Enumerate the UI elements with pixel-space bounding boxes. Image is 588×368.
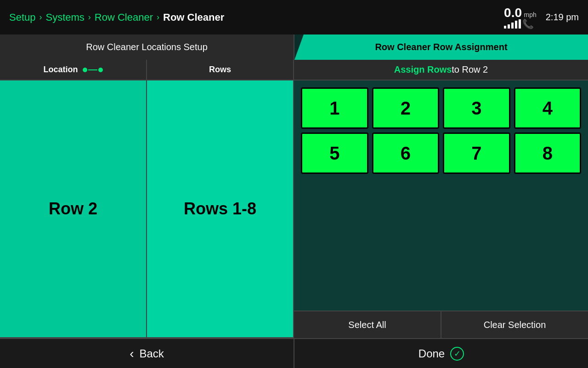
tabs: Row Cleaner Locations Setup Row Cleaner … [0, 34, 588, 60]
back-label: Back [139, 347, 164, 360]
bottom-actions: Select All Clear Selection [294, 310, 588, 338]
breadcrumb-systems[interactable]: Systems [46, 12, 85, 23]
back-button[interactable]: ‹ Back [0, 339, 294, 368]
clear-selection-button[interactable]: Clear Selection [441, 311, 588, 338]
breadcrumb-sep-3: › [157, 12, 159, 22]
topbar: Setup › Systems › Row Cleaner › Row Clea… [0, 0, 588, 34]
breadcrumb-sep-2: › [88, 12, 91, 22]
done-label: Done [418, 347, 445, 360]
signal-bar-3 [511, 23, 514, 29]
connector-icon [83, 68, 103, 72]
signal-bar-1 [504, 26, 506, 29]
location-value: Row 2 [49, 199, 97, 218]
connector-line [88, 69, 97, 70]
col-location-label: Location [44, 65, 78, 75]
location-cell[interactable]: Row 2 [0, 80, 147, 338]
signal-bar-5 [519, 19, 521, 29]
row-button-6[interactable]: 6 [372, 132, 440, 174]
footer: ‹ Back Done ✓ [0, 338, 588, 368]
rows-cell[interactable]: Rows 1-8 [147, 80, 293, 338]
connector-dot-right [98, 68, 103, 72]
time-display: 2:19 pm [546, 12, 579, 23]
rows-value: Rows 1-8 [184, 199, 256, 218]
speed-value: 0.0 [504, 6, 522, 20]
row-button-2[interactable]: 2 [372, 87, 440, 129]
main-content: Location Rows Row 2 Rows 1-8 Assign Rows [0, 60, 588, 338]
speed-unit: mph [524, 11, 537, 18]
row-button-4[interactable]: 4 [514, 87, 582, 129]
col-rows-header: Rows [147, 60, 293, 80]
status-area: 0.0 mph 📞 2:19 pm [504, 6, 579, 29]
row-buttons-area: 12345678 [294, 80, 588, 310]
signal-bar-2 [508, 24, 510, 29]
tab-locations[interactable]: Row Cleaner Locations Setup [0, 34, 294, 60]
signal-bars: 📞 [504, 19, 537, 29]
row-button-8[interactable]: 8 [514, 132, 582, 174]
col-location-header: Location [0, 60, 147, 80]
left-table-body: Row 2 Rows 1-8 [0, 80, 293, 338]
assign-suffix: to Row 2 [452, 64, 488, 75]
done-check-icon: ✓ [450, 347, 464, 361]
select-all-button[interactable]: Select All [294, 311, 441, 338]
row-button-3[interactable]: 3 [443, 87, 510, 129]
signal-bar-4 [515, 21, 517, 29]
done-button[interactable]: Done ✓ [294, 339, 588, 368]
left-panel: Location Rows Row 2 Rows 1-8 [0, 60, 294, 338]
breadcrumb-row-cleaner[interactable]: Row Cleaner [95, 12, 153, 23]
right-panel: Assign Rows to Row 2 12345678 Select All… [294, 60, 588, 338]
assign-header: Assign Rows to Row 2 [294, 60, 588, 80]
connector-dot-left [83, 68, 87, 72]
col-rows-label: Rows [209, 65, 231, 75]
left-table-header: Location Rows [0, 60, 293, 80]
speed-display: 0.0 mph 📞 [504, 6, 537, 29]
phone-icon: 📞 [522, 19, 534, 29]
breadcrumb-setup[interactable]: Setup [9, 12, 36, 23]
breadcrumb: Setup › Systems › Row Cleaner › Row Clea… [9, 12, 224, 23]
row-button-5[interactable]: 5 [301, 132, 368, 174]
breadcrumb-current: Row Cleaner [163, 12, 224, 23]
row-button-7[interactable]: 7 [443, 132, 510, 174]
row-button-1[interactable]: 1 [301, 87, 368, 129]
assign-rows-label: Assign Rows [394, 64, 452, 75]
back-arrow-icon: ‹ [130, 346, 134, 361]
tab-assignment[interactable]: Row Cleaner Row Assignment [294, 34, 588, 60]
breadcrumb-sep-1: › [40, 12, 42, 22]
